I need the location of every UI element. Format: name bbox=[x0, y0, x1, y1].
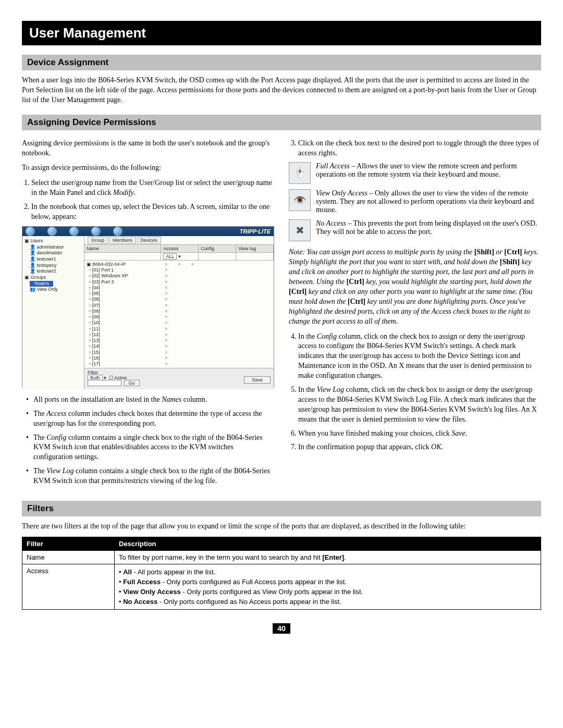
grid-header: Name Access Config View log bbox=[84, 245, 274, 253]
toolbar-icon bbox=[113, 227, 123, 236]
filter-name-desc: To filter by port name, key in the term … bbox=[115, 550, 541, 564]
bullet-names: All ports on the installation are listed… bbox=[26, 395, 274, 405]
devices-tab-screenshot: TRIPP·LITE ▣ Users 👤 administrator 👤 dav… bbox=[22, 226, 274, 388]
step-1: Select the user/group name from the User… bbox=[31, 178, 274, 198]
section-heading-filters: Filters bbox=[22, 501, 541, 516]
full-access-text: Full Access – Allows the user to view th… bbox=[316, 162, 541, 179]
no-access-icon: ✖ bbox=[289, 219, 311, 241]
assigning-intro: Assigning device permissions is the same… bbox=[22, 139, 274, 158]
toolbar-icon bbox=[91, 227, 101, 236]
step-7: In the confirmation popup that appears, … bbox=[298, 442, 541, 452]
port-list: ▣ B064-032-04-IP× × × ▫ [01] Port 1× ▫ [… bbox=[84, 261, 274, 368]
filters-intro: There are two filters at the top of the … bbox=[22, 522, 541, 532]
user-group-tree: ▣ Users 👤 administrator 👤 davidmaster 👤 … bbox=[22, 236, 84, 390]
full-access-icon: 🖱️ bbox=[289, 162, 311, 184]
filter-access-cell: Access bbox=[22, 564, 115, 609]
step-5: In the View Log column, click on the che… bbox=[298, 385, 541, 425]
left-column: Assigning device permissions is the same… bbox=[22, 135, 274, 491]
multi-select-note: Note: You can assign port access to mult… bbox=[289, 248, 541, 326]
th-description: Description bbox=[115, 537, 541, 550]
no-access-text: No Access – This prevents the port from … bbox=[316, 219, 541, 236]
section-heading-device-assignment: Device Assignment bbox=[22, 55, 541, 70]
toolbar-icon bbox=[47, 227, 57, 236]
th-filter: Filter bbox=[22, 537, 115, 550]
bullet-viewlog: The View Log column contains a single ch… bbox=[26, 466, 274, 486]
view-only-icon: 👁️ bbox=[289, 189, 311, 211]
bullet-config: The Config column contains a single chec… bbox=[26, 433, 274, 463]
step-6: When you have finished making your choic… bbox=[298, 429, 541, 439]
toolbar-icon bbox=[26, 227, 35, 236]
device-assignment-text: When a user logs into the B064-Series KV… bbox=[22, 76, 541, 105]
page-number: 40 bbox=[273, 623, 290, 634]
filter-name-cell: Name bbox=[22, 550, 115, 564]
brand-logo: TRIPP·LITE bbox=[240, 228, 271, 235]
right-column: Click on the check box next to the desir… bbox=[289, 135, 541, 491]
filter-access-desc: All - All ports appear in the list. Full… bbox=[115, 564, 541, 609]
step-2: In the notebook that comes up, select th… bbox=[31, 202, 274, 222]
save-button: Save bbox=[244, 376, 271, 384]
filter-panel: Filter Both ▾ ☐ Active Save Go bbox=[84, 368, 274, 389]
toolbar-icon bbox=[69, 227, 79, 236]
page-title-bar: User Management bbox=[22, 21, 541, 45]
section-heading-assigning: Assigning Device Permissions bbox=[22, 115, 541, 130]
view-only-text: View Only Access – Only allows the user … bbox=[316, 189, 541, 214]
step-3: Click on the check box next to the desir… bbox=[298, 139, 541, 158]
step-4: In the Config column, click on the check… bbox=[298, 332, 541, 381]
filters-table: Filter Description Name To filter by por… bbox=[22, 537, 541, 610]
notebook-tabs: GroupMembersDevices bbox=[84, 236, 274, 245]
assigning-lead: To assign device permissions, do the fol… bbox=[22, 163, 274, 173]
bullet-access: The Access column includes check boxes t… bbox=[26, 409, 274, 429]
